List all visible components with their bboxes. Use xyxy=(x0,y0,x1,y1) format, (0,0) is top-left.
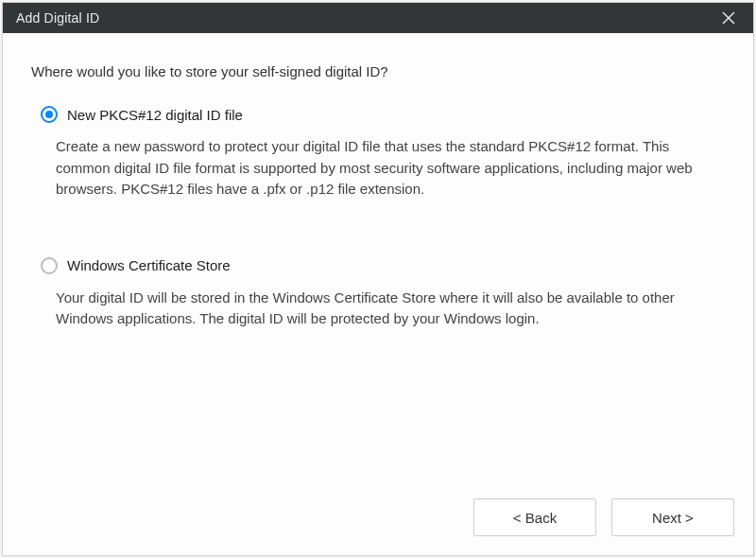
close-button[interactable] xyxy=(710,3,747,33)
dialog-footer: < Back Next > xyxy=(3,483,753,555)
option-pkcs12[interactable]: New PKCS#12 digital ID file Create a new… xyxy=(41,106,725,201)
radio-pkcs12[interactable] xyxy=(41,106,58,123)
close-icon xyxy=(722,11,735,25)
back-button[interactable]: < Back xyxy=(473,498,596,536)
radio-windows-store[interactable] xyxy=(41,257,58,274)
titlebar: Add Digital ID xyxy=(3,3,753,33)
add-digital-id-dialog: Add Digital ID Where would you like to s… xyxy=(2,2,754,556)
option-pkcs12-label: New PKCS#12 digital ID file xyxy=(67,107,243,123)
dialog-title: Add Digital ID xyxy=(16,10,99,26)
option-pkcs12-description: Create a new password to protect your di… xyxy=(56,136,706,201)
prompt-text: Where would you like to store your self-… xyxy=(31,63,725,79)
option-windows-store-label: Windows Certificate Store xyxy=(67,257,231,273)
option-pkcs12-header[interactable]: New PKCS#12 digital ID file xyxy=(41,106,725,123)
option-windows-store[interactable]: Windows Certificate Store Your digital I… xyxy=(41,257,725,330)
next-button[interactable]: Next > xyxy=(611,498,734,536)
option-windows-store-description: Your digital ID will be stored in the Wi… xyxy=(56,288,706,330)
dialog-content: Where would you like to store your self-… xyxy=(3,33,753,483)
option-windows-store-header[interactable]: Windows Certificate Store xyxy=(41,257,725,274)
